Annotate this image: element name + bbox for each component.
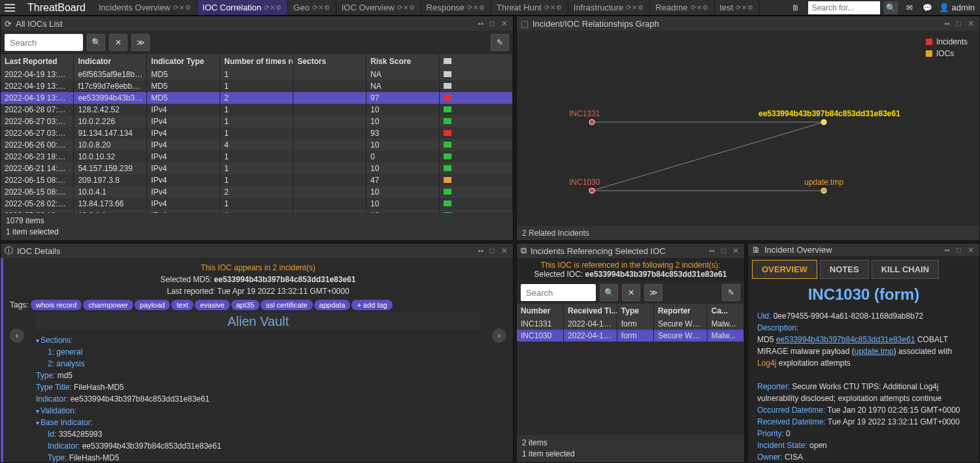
- file-link[interactable]: update.tmp: [855, 347, 894, 356]
- edit-icon[interactable]: ✎: [722, 284, 740, 301]
- graph-node-inc1030[interactable]: INC1030: [569, 178, 600, 187]
- tab-test[interactable]: test⟳✕⚙: [715, 0, 760, 15]
- menu-icon[interactable]: [0, 0, 20, 15]
- edit-icon[interactable]: ✎: [491, 34, 509, 51]
- next-source-icon[interactable]: ›: [492, 328, 506, 343]
- tab-incidents-overview[interactable]: Incidents Overview⟳✕⚙: [93, 0, 197, 15]
- tag[interactable]: charmpower: [83, 300, 133, 310]
- user-menu[interactable]: 👤 admin: [939, 3, 975, 12]
- overview-tab-notes[interactable]: NOTES: [820, 260, 869, 279]
- prev-source-icon[interactable]: ‹: [10, 328, 24, 343]
- new-tab-icon[interactable]: 🗎: [789, 0, 803, 15]
- tag[interactable]: evasive: [195, 300, 229, 310]
- column-header[interactable]: Sectors: [293, 54, 367, 69]
- panel-settings-icon[interactable]: ▪▪: [943, 19, 951, 28]
- log4j-link[interactable]: Log4j: [757, 359, 776, 368]
- hash-link[interactable]: ee533994b43b397b84c853dd31e83e61: [776, 335, 915, 344]
- column-header[interactable]: [440, 54, 513, 69]
- table-row[interactable]: 2022-06-15 08:51:46209.197.3.8IPv4147: [1, 174, 513, 186]
- column-header[interactable]: Risk Score: [367, 54, 440, 69]
- panel-max-icon[interactable]: □: [720, 246, 727, 255]
- overview-tab-overview[interactable]: OVERVIEW: [752, 260, 817, 279]
- panel-close-icon[interactable]: ✕: [731, 246, 740, 255]
- panel-max-icon[interactable]: □: [955, 246, 962, 255]
- tag[interactable]: payload: [135, 300, 171, 310]
- table-row[interactable]: 2022-04-19 13:32:11ee533994b43b397b...MD…: [1, 92, 513, 104]
- panel-settings-icon[interactable]: ▪▪: [708, 246, 716, 255]
- chat-icon[interactable]: 💬: [921, 1, 935, 14]
- tab-threat-hunt[interactable]: Threat Hunt⟳✕⚙: [491, 0, 568, 15]
- table-row[interactable]: 2022-06-26 00:39:1110.0.8.20IPv4410: [1, 139, 513, 151]
- graph-node-hash[interactable]: ee533994b43b397b84c853dd31e83e61: [759, 109, 900, 118]
- flag-icon: [444, 212, 451, 213]
- expand-icon[interactable]: ≫: [131, 34, 150, 51]
- tab-response[interactable]: Response⟳✕⚙: [421, 0, 492, 15]
- overview-tab-kill chain[interactable]: KILL CHAIN: [872, 260, 939, 279]
- table-row[interactable]: 2022-06-21 14:38:1654.157.159.239IPv4110: [1, 163, 513, 174]
- table-row[interactable]: INC13312022-04-19 1...formSecure Work...…: [517, 318, 744, 330]
- panel-settings-icon[interactable]: ▪▪: [476, 19, 485, 28]
- panel-max-icon[interactable]: □: [489, 19, 496, 28]
- column-header[interactable]: Number: [517, 304, 564, 318]
- tag[interactable]: whois record: [31, 300, 82, 310]
- search-icon[interactable]: 🔍: [87, 34, 105, 51]
- clear-icon[interactable]: ✕: [622, 284, 640, 301]
- iocs-table[interactable]: Last ReportedIndicatorIndicator TypeNumb…: [1, 54, 513, 213]
- table-row[interactable]: 2022-06-27 03:54:2391.134.147.134IPv4193: [1, 127, 513, 139]
- tab-ioc-correlation[interactable]: IOC Correlation⟳✕⚙: [197, 0, 288, 15]
- tab-geo[interactable]: Geo⟳✕⚙: [288, 0, 336, 15]
- table-row[interactable]: 2022-05-26 18:48:1410.0.1.1IPv4110: [1, 210, 513, 213]
- iocs-search-input[interactable]: [5, 34, 83, 51]
- graph-canvas[interactable]: Incidents IOCs INC1331 INC1030 ee533994b…: [517, 31, 979, 226]
- tag[interactable]: appdata: [314, 300, 351, 310]
- search-icon[interactable]: 🔍: [884, 1, 898, 14]
- panel-close-icon[interactable]: ✕: [500, 19, 509, 28]
- panel-close-icon[interactable]: ✕: [500, 246, 509, 255]
- column-header[interactable]: Number of times re...: [220, 54, 293, 69]
- panel-settings-icon[interactable]: ▪▪: [943, 246, 951, 255]
- flag-icon: [444, 83, 451, 89]
- table-row[interactable]: 2022-04-19 13:32:18e6f5635af9e18b941...M…: [1, 69, 513, 80]
- table-row[interactable]: 2022-06-15 08:01:4610.0.4.1IPv4210: [1, 186, 513, 198]
- global-search-input[interactable]: [808, 1, 880, 14]
- graph-node-file[interactable]: update.tmp: [804, 178, 843, 187]
- flag-icon: [444, 106, 451, 112]
- tab-ioc-overview[interactable]: IOC Overview⟳✕⚙: [336, 0, 421, 15]
- table-row[interactable]: 2022-06-28 07:39:38128.2.42.52IPv4110: [1, 104, 513, 116]
- footer-count: 1079 items: [6, 216, 508, 227]
- tag[interactable]: ssl certificate: [261, 300, 313, 310]
- column-header[interactable]: Type: [617, 304, 653, 318]
- tag[interactable]: text: [171, 300, 193, 310]
- panel-max-icon[interactable]: □: [955, 19, 962, 28]
- refs-search-input[interactable]: [521, 284, 596, 301]
- flag-icon: [444, 177, 451, 183]
- column-header[interactable]: Indicator Type: [147, 54, 220, 69]
- tag[interactable]: apt35: [231, 300, 260, 310]
- overview-tabs: OVERVIEWNOTESKILL CHAIN: [748, 256, 979, 279]
- tag[interactable]: + add tag: [351, 300, 392, 310]
- clear-icon[interactable]: ✕: [109, 34, 127, 51]
- column-header[interactable]: Reporter: [653, 304, 707, 318]
- column-header[interactable]: Ca...: [707, 304, 743, 318]
- table-row[interactable]: 2022-06-27 03:54:2310.0.2.226IPv4110: [1, 116, 513, 127]
- brand-label: ThreatBoard: [20, 0, 93, 15]
- table-row[interactable]: 2022-05-28 02:48:2513.84.173.66IPv4110: [1, 198, 513, 210]
- mail-icon[interactable]: ✉: [902, 1, 917, 14]
- column-header[interactable]: Last Reported: [1, 54, 74, 69]
- table-row[interactable]: 2022-04-19 13:32:17f17c99d7e8ebb53ee...M…: [1, 80, 513, 92]
- panel-close-icon[interactable]: ✕: [966, 246, 975, 255]
- table-row[interactable]: 2022-06-23 18:18:4210.0.10.32IPv410: [1, 151, 513, 163]
- tab-infrastructure[interactable]: Infrastructure⟳✕⚙: [568, 0, 651, 15]
- panel-close-icon[interactable]: ✕: [966, 19, 975, 28]
- table-row[interactable]: INC10302022-04-19 1...formSecure Work...…: [517, 330, 744, 342]
- refresh-icon[interactable]: ⟳: [5, 19, 12, 29]
- search-icon[interactable]: 🔍: [600, 284, 618, 301]
- column-header[interactable]: Received Ti...: [564, 304, 617, 318]
- panel-settings-icon[interactable]: ▪▪: [476, 246, 485, 255]
- expand-icon[interactable]: ≫: [644, 284, 662, 301]
- panel-max-icon[interactable]: □: [489, 246, 496, 255]
- tab-readme[interactable]: Readme⟳✕⚙: [650, 0, 714, 15]
- column-header[interactable]: Indicator: [74, 54, 147, 69]
- graph-node-inc1331[interactable]: INC1331: [569, 109, 600, 118]
- refs-table[interactable]: NumberReceived Ti...TypeReporterCa... IN…: [517, 304, 744, 342]
